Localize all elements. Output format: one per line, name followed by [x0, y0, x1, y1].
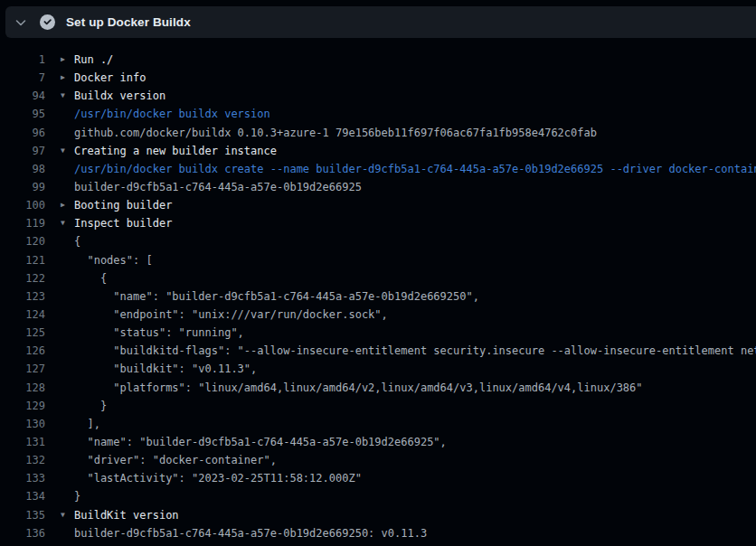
group-caret-icon: ▼ [45, 147, 74, 155]
log-text: github.com/docker/buildx 0.10.3+azure-1 … [74, 127, 597, 139]
log-line[interactable]: 135 ▼ BuildKit version [0, 506, 756, 524]
log-line: 124 "endpoint": "unix:///var/run/docker.… [0, 306, 756, 324]
line-number[interactable]: 128 [0, 381, 45, 394]
line-number[interactable]: 120 [0, 235, 45, 248]
log-text: /usr/bin/docker buildx create --name bui… [74, 163, 756, 175]
log-text: Booting builder [74, 199, 172, 212]
line-number[interactable]: 100 [0, 199, 45, 212]
log-text: } [74, 400, 107, 412]
line-number[interactable]: 122 [0, 272, 45, 285]
step-header[interactable]: Set up Docker Buildx [5, 6, 756, 38]
log-line: 127 "buildkit": "v0.11.3", [0, 360, 756, 378]
log-text: "name": "builder-d9cfb5a1-c764-445a-a57e… [74, 290, 479, 303]
log-text: "buildkitd-flags": "--allow-insecure-ent… [74, 344, 756, 357]
line-number[interactable]: 129 [0, 400, 45, 412]
log-text: /usr/bin/docker buildx version [74, 108, 270, 120]
log-line: 98 /usr/bin/docker buildx create --name … [0, 160, 756, 178]
log-text: "platforms": "linux/amd64,linux/amd64/v2… [74, 381, 643, 394]
line-number[interactable]: 131 [0, 436, 45, 448]
log-text: "endpoint": "unix:///var/run/docker.sock… [74, 308, 388, 321]
log-text: Buildx version [74, 89, 165, 102]
line-number[interactable]: 1 [0, 53, 45, 66]
line-number[interactable]: 99 [0, 181, 45, 193]
log-line: 95 /usr/bin/docker buildx version [0, 105, 756, 123]
group-caret-icon: ▶ [45, 74, 74, 81]
log-text: "name": "builder-d9cfb5a1-c764-445a-a57e… [74, 436, 447, 448]
log-line: 99 builder-d9cfb5a1-c764-445a-a57e-0b19d… [0, 178, 756, 196]
log-text: "buildkit": "v0.11.3", [74, 362, 257, 375]
line-number[interactable]: 121 [0, 254, 45, 267]
line-number[interactable]: 127 [0, 362, 45, 375]
log-container: 1 ▶ Run ./ 7 ▶ Docker info 94 ▼ Buildx v… [0, 38, 756, 546]
log-line: 126 "buildkitd-flags": "--allow-insecure… [0, 342, 756, 360]
log-line: 125 "status": "running", [0, 324, 756, 342]
log-text: Docker info [74, 71, 146, 84]
step-title: Set up Docker Buildx [66, 15, 191, 29]
log-line: 122 { [0, 269, 756, 287]
log-line[interactable]: 94 ▼ Buildx version [0, 87, 756, 105]
group-caret-icon: ▶ [45, 56, 74, 63]
check-circle-icon [40, 14, 55, 30]
group-caret-icon: ▼ [45, 512, 74, 519]
line-number[interactable]: 95 [0, 108, 45, 120]
log-text: { [74, 272, 107, 285]
log-text: Creating a new builder instance [74, 145, 277, 157]
log-line: 131 "name": "builder-d9cfb5a1-c764-445a-… [0, 433, 756, 451]
log-line[interactable]: 7 ▶ Docker info [0, 69, 756, 87]
log-line: 136 builder-d9cfb5a1-c764-445a-a57e-0b19… [0, 524, 756, 542]
chevron-down-icon[interactable] [13, 15, 29, 30]
line-number[interactable]: 98 [0, 163, 45, 175]
log-line: 129 } [0, 397, 756, 415]
log-text: { [74, 235, 80, 248]
line-number[interactable]: 136 [0, 527, 45, 540]
log-text: Inspect builder [74, 217, 172, 230]
log-line: 120 { [0, 232, 756, 250]
log-text: } [74, 490, 80, 503]
log-text: "driver": "docker-container", [74, 454, 277, 466]
group-caret-icon: ▶ [45, 202, 74, 209]
log-line: 96 github.com/docker/buildx 0.10.3+azure… [0, 124, 756, 142]
line-number[interactable]: 130 [0, 418, 45, 430]
log-text: Run ./ [74, 53, 113, 66]
line-number[interactable]: 94 [0, 89, 45, 102]
line-number[interactable]: 7 [0, 71, 45, 84]
line-number[interactable]: 124 [0, 308, 45, 321]
log-text: BuildKit version [74, 509, 179, 522]
line-number[interactable]: 123 [0, 290, 45, 303]
log-text: builder-d9cfb5a1-c764-445a-a57e-0b19d2e6… [74, 181, 362, 193]
line-number[interactable]: 134 [0, 490, 45, 503]
line-number[interactable]: 97 [0, 145, 45, 157]
group-caret-icon: ▼ [45, 220, 74, 227]
log-line: 128 "platforms": "linux/amd64,linux/amd6… [0, 379, 756, 397]
line-number[interactable]: 96 [0, 127, 45, 139]
line-number[interactable]: 126 [0, 344, 45, 357]
log-line: 132 "driver": "docker-container", [0, 451, 756, 469]
log-line[interactable]: 100 ▶ Booting builder [0, 196, 756, 214]
log-line[interactable]: 1 ▶ Run ./ [0, 51, 756, 69]
line-number[interactable]: 132 [0, 454, 45, 466]
log-line: 123 "name": "builder-d9cfb5a1-c764-445a-… [0, 287, 756, 306]
line-number[interactable]: 133 [0, 472, 45, 485]
log-text: "nodes": [ [74, 254, 153, 267]
group-caret-icon: ▼ [45, 92, 74, 99]
log-line[interactable]: 119 ▼ Inspect builder [0, 214, 756, 232]
log-text: "status": "running", [74, 326, 244, 339]
log-line: 134 } [0, 487, 756, 505]
line-number[interactable]: 119 [0, 217, 45, 230]
log-text: ], [74, 418, 100, 430]
log-line: 121 "nodes": [ [0, 251, 756, 269]
line-number[interactable]: 135 [0, 509, 45, 522]
log-line: 130 ], [0, 415, 756, 433]
log-line[interactable]: 97 ▼ Creating a new builder instance [0, 142, 756, 160]
log-text: "lastActivity": "2023-02-25T11:58:12.000… [74, 472, 362, 485]
log-text: builder-d9cfb5a1-c764-445a-a57e-0b19d2e6… [74, 527, 427, 540]
log-line: 133 "lastActivity": "2023-02-25T11:58:12… [0, 469, 756, 487]
line-number[interactable]: 125 [0, 326, 45, 339]
